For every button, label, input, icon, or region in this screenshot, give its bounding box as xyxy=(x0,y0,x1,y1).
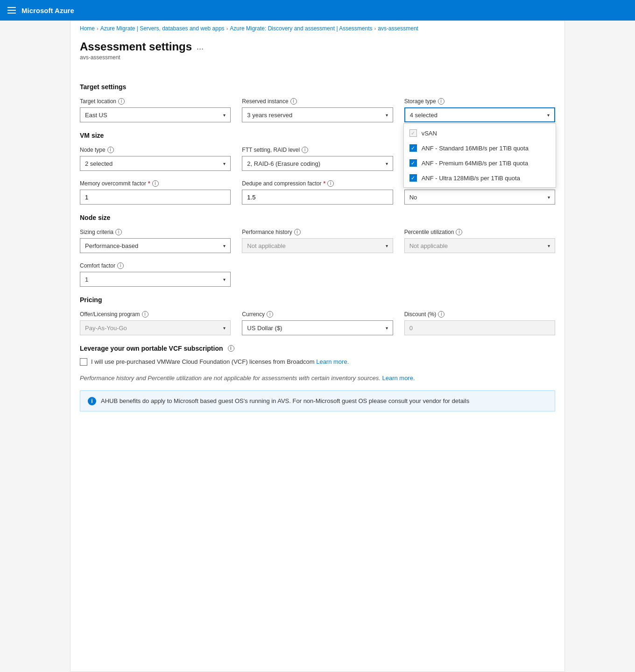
vsan-label: vSAN xyxy=(422,130,437,137)
storage-option-anf-ultra[interactable]: ANF - Ultra 128MiB/s per 1TiB quota xyxy=(404,170,556,185)
breadcrumb-assessments[interactable]: Azure Migrate: Discovery and assessment … xyxy=(230,25,372,32)
percentile-utilization-group: Percentile utilization i Not applicable … xyxy=(404,229,555,253)
reserved-instance-value: 3 years reserved xyxy=(247,112,292,119)
vsan-checkbox[interactable] xyxy=(409,129,417,137)
currency-label: Currency i xyxy=(242,311,393,318)
performance-history-info-icon[interactable]: i xyxy=(294,229,301,235)
breadcrumb-avs-assessment[interactable]: avs-assessment xyxy=(378,25,418,32)
breadcrumb-azure-migrate[interactable]: Azure Migrate | Servers, databases and w… xyxy=(100,25,225,32)
page-title: Assessment settings xyxy=(80,40,192,53)
anf-premium-checkbox[interactable] xyxy=(409,159,417,167)
offer-licensing-dropdown-wrapper: Pay-As-You-Go ▾ xyxy=(80,320,231,335)
storage-type-dropdown-wrapper: 4 selected ▾ vSAN ANF - Standard 16M xyxy=(404,107,555,122)
performance-history-dropdown: Not applicable ▾ xyxy=(242,238,393,253)
node-type-dropdown[interactable]: 2 selected ▾ xyxy=(80,156,231,171)
dedupe-compression-input[interactable] xyxy=(242,190,393,205)
anf-ultra-label: ANF - Ultra 128MiB/s per 1TiB quota xyxy=(422,175,520,182)
node-type-group: Node type i 2 selected ▾ xyxy=(80,147,231,171)
storage-type-dropdown[interactable]: 4 selected ▾ xyxy=(404,107,555,122)
vcf-title: Leverage your own portable VCF subscript… xyxy=(80,345,555,352)
memory-overcommit-input[interactable] xyxy=(80,190,231,205)
offer-licensing-label: Offer/Licensing program i xyxy=(80,311,231,318)
page-container: Home › Azure Migrate | Servers, database… xyxy=(70,21,565,672)
reserved-instance-group: Reserved instance i 3 years reserved ▾ xyxy=(242,98,393,122)
node-size-title: Node size xyxy=(80,214,555,221)
top-bar: Microsoft Azure xyxy=(0,0,635,21)
vcf-section: Leverage your own portable VCF subscript… xyxy=(80,345,555,366)
currency-dropdown[interactable]: US Dollar ($) ▾ xyxy=(242,320,393,335)
reserved-instance-chevron-icon: ▾ xyxy=(386,113,388,118)
performance-history-dropdown-wrapper: Not applicable ▾ xyxy=(242,238,393,253)
target-settings-section: Target settings Target location i East U… xyxy=(80,83,555,122)
alert-text: AHUB benefits do apply to Microsoft base… xyxy=(101,396,469,406)
vcf-checkbox-row: I will use pre-purchased VMWare Cloud Fo… xyxy=(80,358,555,366)
node-type-label: Node type i xyxy=(80,147,231,153)
breadcrumb: Home › Azure Migrate | Servers, database… xyxy=(71,21,564,36)
currency-info-icon[interactable]: i xyxy=(267,311,273,318)
stretched-cluster-dropdown-wrapper: No ▾ xyxy=(404,190,555,205)
offer-licensing-value: Pay-As-You-Go xyxy=(85,325,127,332)
comfort-factor-dropdown[interactable]: 1 ▾ xyxy=(80,272,231,287)
performance-history-value: Not applicable xyxy=(247,242,285,249)
target-location-dropdown-wrapper: East US ▾ xyxy=(80,107,231,122)
sizing-criteria-dropdown[interactable]: Performance-based ▾ xyxy=(80,238,231,253)
node-type-info-icon[interactable]: i xyxy=(107,147,114,153)
comfort-factor-chevron-icon: ▾ xyxy=(223,277,226,282)
storage-type-info-icon[interactable]: i xyxy=(438,98,444,105)
currency-value: US Dollar ($) xyxy=(247,325,282,332)
discount-input[interactable] xyxy=(404,320,555,335)
breadcrumb-home[interactable]: Home xyxy=(80,25,95,32)
dedupe-required: * xyxy=(323,180,325,187)
storage-type-value: 4 selected xyxy=(410,112,437,119)
vcf-checkbox[interactable] xyxy=(80,358,87,366)
alert-box: i AHUB benefits do apply to Microsoft ba… xyxy=(80,390,555,412)
note-learn-more-link[interactable]: Learn more. xyxy=(382,375,415,382)
target-location-info-icon[interactable]: i xyxy=(118,98,125,105)
performance-history-chevron-icon: ▾ xyxy=(386,243,388,248)
percentile-utilization-info-icon[interactable]: i xyxy=(456,229,462,235)
vcf-learn-more-link[interactable]: Learn more. xyxy=(316,358,349,365)
offer-licensing-chevron-icon: ▾ xyxy=(223,325,226,331)
page-options-button[interactable]: ... xyxy=(197,42,204,52)
percentile-utilization-value: Not applicable xyxy=(409,242,448,249)
storage-option-anf-premium[interactable]: ANF - Premium 64MiB/s per 1TiB quota xyxy=(404,156,556,170)
ftt-setting-dropdown[interactable]: 2, RAID-6 (Erasure coding) ▾ xyxy=(242,156,393,171)
dedupe-compression-group: Dedupe and compression factor * i xyxy=(242,180,393,205)
ftt-setting-info-icon[interactable]: i xyxy=(302,147,308,153)
performance-history-group: Performance history i Not applicable ▾ xyxy=(242,229,393,253)
target-location-dropdown[interactable]: East US ▾ xyxy=(80,107,231,122)
target-location-chevron-icon: ▾ xyxy=(223,113,226,118)
percentile-utilization-dropdown-wrapper: Not applicable ▾ xyxy=(404,238,555,253)
vcf-info-icon[interactable]: i xyxy=(228,345,234,352)
ftt-setting-group: FTT setting, RAID level i 2, RAID-6 (Era… xyxy=(242,147,393,171)
sizing-criteria-info-icon[interactable]: i xyxy=(115,229,122,235)
comfort-factor-info-icon[interactable]: i xyxy=(117,262,124,269)
storage-type-popup: vSAN ANF - Standard 16MiB/s per 1TiB quo… xyxy=(403,123,556,188)
breadcrumb-sep-2: › xyxy=(226,26,228,31)
anf-ultra-checkbox[interactable] xyxy=(409,174,417,182)
storage-type-group: Storage type i 4 selected ▾ vSAN xyxy=(404,98,555,122)
dedupe-info-icon[interactable]: i xyxy=(327,180,334,187)
comfort-factor-dropdown-wrapper: 1 ▾ xyxy=(80,272,231,287)
node-type-value: 2 selected xyxy=(85,160,113,167)
memory-overcommit-required: * xyxy=(148,180,150,187)
node-type-chevron-icon: ▾ xyxy=(223,161,226,166)
ftt-setting-label: FTT setting, RAID level i xyxy=(242,147,393,153)
node-size-row-1: Sizing criteria i Performance-based ▾ Pe… xyxy=(80,229,555,253)
hamburger-menu[interactable] xyxy=(7,7,16,14)
offer-licensing-info-icon[interactable]: i xyxy=(142,311,148,318)
reserved-instance-info-icon[interactable]: i xyxy=(290,98,297,105)
discount-group: Discount (%) i xyxy=(404,311,555,335)
storage-option-vsan[interactable]: vSAN xyxy=(404,126,556,141)
offer-licensing-dropdown: Pay-As-You-Go ▾ xyxy=(80,320,231,335)
discount-info-icon[interactable]: i xyxy=(438,311,444,318)
anf-standard-checkbox[interactable] xyxy=(409,144,417,152)
discount-label: Discount (%) i xyxy=(404,311,555,318)
stretched-cluster-dropdown[interactable]: No ▾ xyxy=(404,190,555,205)
currency-chevron-icon: ▾ xyxy=(386,325,388,331)
memory-overcommit-info-icon[interactable]: i xyxy=(152,180,159,187)
storage-option-anf-standard[interactable]: ANF - Standard 16MiB/s per 1TiB quota xyxy=(404,141,556,156)
comfort-factor-value: 1 xyxy=(85,276,88,283)
reserved-instance-label: Reserved instance i xyxy=(242,98,393,105)
reserved-instance-dropdown[interactable]: 3 years reserved ▾ xyxy=(242,107,393,122)
